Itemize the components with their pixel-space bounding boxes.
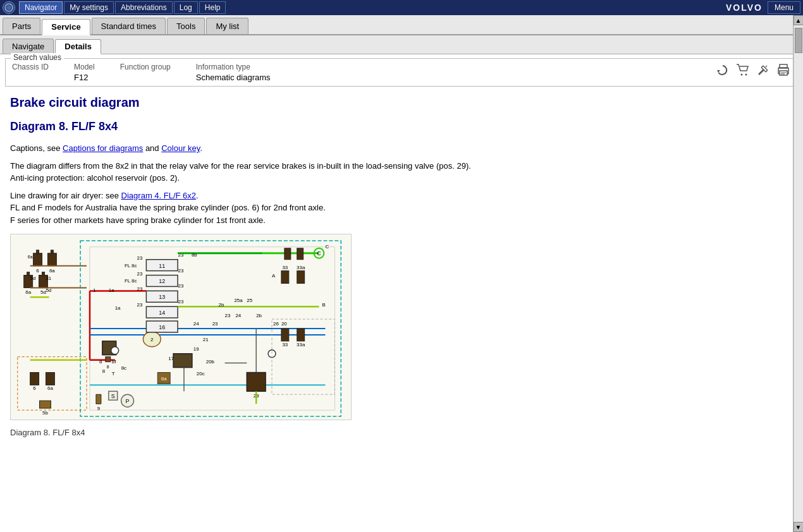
tab-service[interactable]: Service	[42, 19, 90, 35]
brake-svg: 6 6a 6a 6a 5d 11 23	[11, 234, 351, 420]
sv-icons-group	[715, 63, 791, 78]
svg-text:23: 23	[137, 286, 142, 292]
svg-rect-83	[106, 357, 111, 362]
scroll-thumb[interactable]	[795, 28, 802, 53]
svg-text:16: 16	[159, 324, 165, 330]
svg-text:9: 9	[97, 406, 101, 411]
svg-rect-80	[40, 401, 51, 408]
sv-chassis-col: Chassis ID	[12, 63, 49, 73]
scroll-up-button[interactable]: ▲	[794, 15, 804, 25]
svg-point-93	[111, 347, 119, 354]
svg-text:23: 23	[178, 283, 184, 289]
sv-infotype-value: Schematic diagrams	[196, 73, 271, 82]
sv-model-col: Model F12	[74, 63, 95, 82]
search-values-row: Chassis ID Model F12 Function group Info…	[12, 63, 791, 82]
captions-link[interactable]: Captions for diagrams	[63, 143, 143, 153]
nav-navigator[interactable]: Navigator	[19, 1, 63, 14]
svg-text:C: C	[325, 244, 329, 250]
desc-line2: Anti-icing protection: alcohol reservoir…	[10, 173, 180, 183]
svg-text:8: 8	[99, 359, 102, 365]
svg-text:C: C	[317, 250, 321, 257]
tab-details[interactable]: Details	[55, 39, 101, 54]
diagram-image: 6 6a 6a 6a 5d 11 23	[10, 234, 352, 420]
menu-button[interactable]: Menu	[768, 1, 800, 14]
sv-infotype-col: Information type Schematic diagrams	[196, 63, 271, 82]
tab-parts[interactable]: Parts	[3, 18, 40, 34]
svg-text:6: 6	[36, 268, 39, 274]
svg-text:19: 19	[193, 346, 199, 352]
nav-help[interactable]: Help	[199, 1, 226, 14]
svg-text:5d: 5d	[30, 275, 36, 281]
cart-icon[interactable]	[735, 63, 751, 78]
print-icon[interactable]	[776, 63, 791, 78]
svg-text:20b: 20b	[206, 359, 215, 365]
svg-rect-61	[285, 248, 291, 260]
colour-key-link[interactable]: Colour key	[161, 143, 200, 153]
scrollbar[interactable]: ▲ ▼	[793, 15, 803, 532]
search-values-legend: Search values	[11, 53, 64, 62]
svg-text:2b: 2b	[256, 313, 262, 318]
nav-log[interactable]: Log	[174, 1, 198, 14]
tab-standard-times[interactable]: Standard times	[92, 18, 166, 34]
nav-abbreviations[interactable]: Abbreviations	[115, 1, 173, 14]
svg-text:33: 33	[282, 265, 288, 270]
nav-my-settings[interactable]: My settings	[64, 1, 114, 14]
svg-text:6a: 6a	[49, 268, 55, 274]
svg-rect-60	[297, 248, 303, 260]
tab-tools[interactable]: Tools	[167, 18, 205, 34]
caption-end: .	[200, 143, 202, 153]
svg-text:S: S	[111, 393, 115, 399]
svg-text:5d: 5d	[46, 287, 51, 293]
svg-text:1a: 1a	[115, 305, 121, 311]
desc-line1: The diagram differs from the 8x2 in that…	[10, 161, 471, 171]
svg-text:12: 12	[159, 278, 165, 284]
svg-text:33a: 33a	[297, 342, 305, 348]
desc-para: The diagram differs from the 8x2 in that…	[10, 160, 793, 184]
svg-rect-92	[173, 354, 192, 368]
svg-point-3	[741, 74, 743, 76]
refresh-icon[interactable]	[715, 63, 730, 78]
svg-text:25: 25	[247, 298, 252, 303]
svg-text:1: 1	[93, 287, 96, 293]
svg-point-4	[745, 74, 747, 76]
diagram4-link[interactable]: Diagram 4. FL/F 6x2	[121, 191, 197, 200]
svg-text:23: 23	[178, 299, 184, 305]
tools-icon[interactable]	[756, 63, 771, 78]
line-drawing-text: Line drawing for air dryer: see	[10, 191, 121, 200]
svg-rect-68	[297, 271, 305, 284]
line-drawing-para: Line drawing for air dryer: see Diagram …	[10, 190, 793, 227]
f-line: F series for other markets have spring b…	[10, 215, 266, 225]
svg-text:31: 31	[46, 275, 51, 281]
svg-text:11: 11	[159, 263, 165, 269]
svg-text:FL 8c: FL 8c	[125, 263, 137, 269]
svg-text:8b: 8b	[192, 252, 197, 258]
line-drawing-end: .	[196, 191, 199, 200]
secondary-tab-bar: Navigate Details	[0, 35, 803, 54]
sv-model-value: F12	[74, 73, 88, 82]
tab-my-list[interactable]: My list	[206, 18, 248, 34]
tab-navigate[interactable]: Navigate	[3, 39, 54, 54]
svg-marker-2	[717, 70, 720, 73]
svg-text:5b: 5b	[42, 410, 48, 416]
diagram-subtitle: Diagram 8. FL/F 8x4	[10, 120, 793, 133]
nav-right: VOLVO Menu	[726, 1, 800, 14]
svg-text:2: 2	[150, 337, 154, 342]
svg-text:20: 20	[281, 321, 287, 327]
svg-line-7	[766, 66, 767, 67]
scroll-down-button[interactable]: ▼	[794, 522, 804, 532]
svg-text:6a: 6a	[28, 255, 33, 259]
scroll-track[interactable]	[794, 25, 803, 522]
svg-rect-21	[51, 250, 53, 254]
svg-line-5	[759, 70, 764, 75]
diagram-caption: Diagram 8. FL/F 8x4	[10, 428, 793, 437]
caption-text: Captions, see	[10, 143, 63, 153]
sv-infotype-label: Information type	[196, 63, 271, 71]
svg-text:FL 8c: FL 8c	[125, 278, 137, 284]
svg-text:A: A	[272, 273, 276, 279]
svg-text:24: 24	[193, 321, 199, 327]
svg-text:26: 26	[273, 321, 279, 327]
search-values-box: Search values Chassis ID Model F12 Funct…	[5, 58, 798, 87]
svg-text:6a: 6a	[25, 289, 31, 295]
svg-rect-78	[46, 373, 54, 385]
svg-text:20c: 20c	[197, 371, 205, 377]
